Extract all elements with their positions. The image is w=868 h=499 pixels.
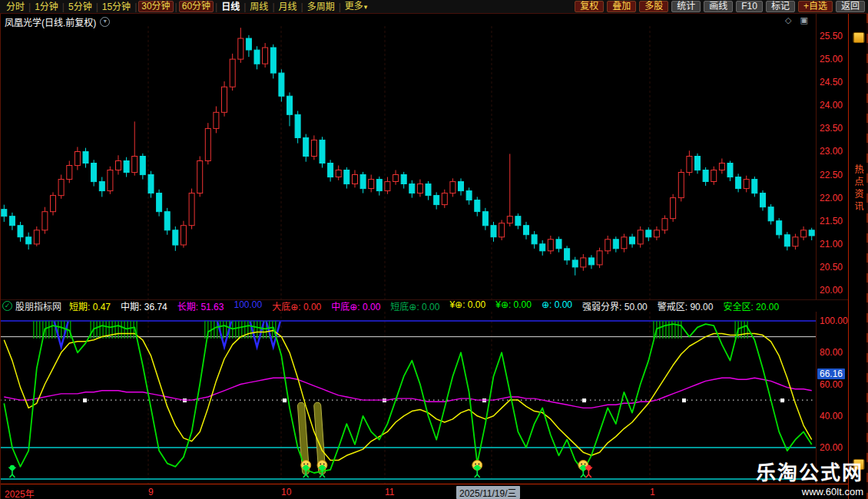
date-tick-label: 11 — [385, 487, 394, 497]
right-sidebar: 热点资讯 — [848, 14, 868, 499]
chart-title: 凤凰光学(日线.前复权) — [5, 15, 96, 28]
indicator-axis-label: 100.00 — [820, 316, 848, 326]
indicator-field-10: 强弱分界: 50.00 — [582, 299, 648, 312]
price-axis: 25.5025.0024.5024.0023.5023.0022.5022.00… — [816, 14, 848, 299]
price-axis-label: 21.00 — [820, 239, 843, 250]
period-1min[interactable]: 1分钟 — [32, 1, 61, 13]
indicator-field-7: ¥⊕: 0.00 — [449, 299, 485, 312]
cursor-date-label: 2025/11/19/三 — [456, 486, 520, 499]
period-30min[interactable]: 30分钟 — [138, 1, 173, 12]
indicator-axis-label: 40.00 — [820, 411, 843, 421]
mark-button[interactable]: 标记 — [766, 1, 795, 12]
indicator-field-8: ¥⊕: 0.00 — [495, 299, 532, 312]
main-chart-panel: 凤凰光学(日线.前复权) ▾ ◇ ▣ 25.5025.0024.5024.002… — [0, 14, 848, 299]
price-axis-label: 23.00 — [820, 146, 843, 157]
indicator-field-2: 长期: 51.63 — [177, 299, 224, 312]
watermark-site-name: 乐淘公式网 — [756, 457, 863, 485]
price-axis-label: 20.00 — [820, 285, 843, 296]
draw-line-button[interactable]: 画线 — [704, 1, 733, 12]
indicator-field-11: 警戒区: 90.00 — [658, 299, 714, 312]
price-axis-label: 25.50 — [820, 31, 843, 41]
back-button[interactable]: 返回 — [836, 1, 865, 12]
date-tick-label: 1 — [650, 487, 655, 497]
toolbar-separator: | — [134, 1, 137, 13]
date-tick-label: 10 — [281, 487, 291, 497]
indicator-field-9: ⊕: 0.00 — [542, 299, 572, 312]
period-60min[interactable]: 60分钟 — [179, 1, 214, 12]
tdx-app: 分时|1分钟|5分钟|15分钟|30分钟|60分钟|日线|周线|月线|多周期|更… — [0, 0, 868, 499]
period-weekly[interactable]: 周线 — [247, 1, 270, 13]
price-axis-label: 22.00 — [820, 193, 843, 203]
indicator-axis-label: 20.00 — [820, 442, 843, 453]
indicator-field-12: 安全区: 20.00 — [723, 299, 779, 312]
price-axis-label: 20.50 — [820, 262, 843, 273]
period-monthly[interactable]: 月线 — [277, 1, 300, 13]
indicator-axis-label: 80.00 — [820, 347, 843, 358]
period-daily[interactable]: 日线 — [219, 1, 242, 13]
stats-button[interactable]: 统计 — [671, 1, 701, 12]
price-axis-label: 25.00 — [820, 54, 843, 64]
indicator-fields: 短期: 0.47中期: 36.74长期: 51.63100.00大底⊕: 0.0… — [69, 299, 779, 312]
action-toolbar: 复权叠加多股统计画线F10标记+自选返回 — [571, 1, 865, 12]
indicator-source-label: 股朋指标网 — [15, 299, 61, 312]
oscillator-plot[interactable] — [0, 312, 816, 484]
adjust-button[interactable]: 复权 — [575, 1, 604, 12]
price-axis-label: 24.00 — [820, 100, 843, 111]
toolbar-separator: | — [62, 1, 65, 13]
indicator-source-icon: ✓ — [2, 301, 12, 311]
chart-corner-icons[interactable]: ◇ ▣ — [785, 15, 811, 25]
chart-title-row: 凤凰光学(日线.前复权) ▾ — [5, 15, 110, 28]
overlay-button[interactable]: 叠加 — [607, 1, 636, 12]
period-5min[interactable]: 5分钟 — [66, 1, 94, 13]
toolbar-separator: | — [28, 1, 31, 13]
toolbar-separator: | — [96, 1, 98, 13]
toolbar-separator: | — [339, 1, 341, 13]
toolbar-separator: | — [301, 1, 303, 13]
top-toolbar: 分时|1分钟|5分钟|15分钟|30分钟|60分钟|日线|周线|月线|多周期|更… — [0, 0, 868, 14]
candlestick-plot[interactable] — [0, 14, 816, 299]
add-watchlist-button[interactable]: +自选 — [798, 1, 833, 12]
indicator-axis-label: 60.00 — [820, 379, 843, 390]
indicator-value-marker: 66.16 — [817, 368, 845, 379]
price-axis-label: 23.50 — [820, 123, 843, 134]
chevron-down-icon: ▾ — [364, 3, 368, 11]
watermark: 乐淘公式网 www.60lt.com — [756, 457, 863, 497]
f10-button[interactable]: F10 — [736, 1, 763, 12]
date-axis: 2025年910112025/11/19/三1 — [0, 484, 848, 499]
multi-stock-button[interactable]: 多股 — [639, 1, 668, 12]
period-minute-chart[interactable]: 分时 — [4, 1, 27, 13]
chart-workspace: 凤凰光学(日线.前复权) ▾ ◇ ▣ 25.5025.0024.5024.002… — [0, 14, 868, 499]
indicator-field-0: 短期: 0.47 — [69, 299, 111, 312]
period-multi[interactable]: 多周期 — [305, 1, 337, 13]
sidebar-vertical-label[interactable]: 热点资讯 — [852, 164, 865, 213]
price-axis-label: 22.50 — [820, 170, 843, 180]
date-tick-label: 2025年 — [5, 487, 35, 499]
price-axis-label: 21.50 — [820, 216, 843, 226]
indicator-header: ✓ 股朋指标网 短期: 0.47中期: 36.74长期: 51.63100.00… — [0, 299, 848, 312]
indicator-field-4: 大底⊕: 0.00 — [272, 299, 321, 312]
toolbar-separator: | — [175, 1, 177, 13]
date-tick-label: 9 — [148, 487, 154, 497]
period-15min[interactable]: 15分钟 — [100, 1, 133, 13]
indicator-field-3: 100.00 — [234, 299, 262, 312]
toolbar-separator: | — [272, 1, 274, 13]
period-toolbar: 分时|1分钟|5分钟|15分钟|30分钟|60分钟|日线|周线|月线|多周期|更… — [3, 0, 370, 13]
toolbar-separator: | — [244, 1, 246, 13]
watermark-url: www.60lt.com — [756, 486, 863, 497]
toolbar-separator: | — [215, 1, 217, 13]
indicator-field-1: 中期: 36.74 — [121, 299, 167, 312]
indicator-field-5: 中底⊕: 0.00 — [331, 299, 380, 312]
indicator-panel: 100.0080.0060.0040.0020.0066.16 — [0, 312, 848, 484]
chart-column: 凤凰光学(日线.前复权) ▾ ◇ ▣ 25.5025.0024.5024.002… — [0, 14, 848, 499]
period-more[interactable]: 更多▾ — [343, 0, 370, 13]
sidebar-badge-icon[interactable] — [853, 32, 864, 43]
price-axis-label: 24.50 — [820, 77, 843, 88]
indicator-field-6: 短底⊕: 0.00 — [390, 299, 439, 312]
stock-switch-circle-icon[interactable]: ▾ — [100, 17, 110, 27]
